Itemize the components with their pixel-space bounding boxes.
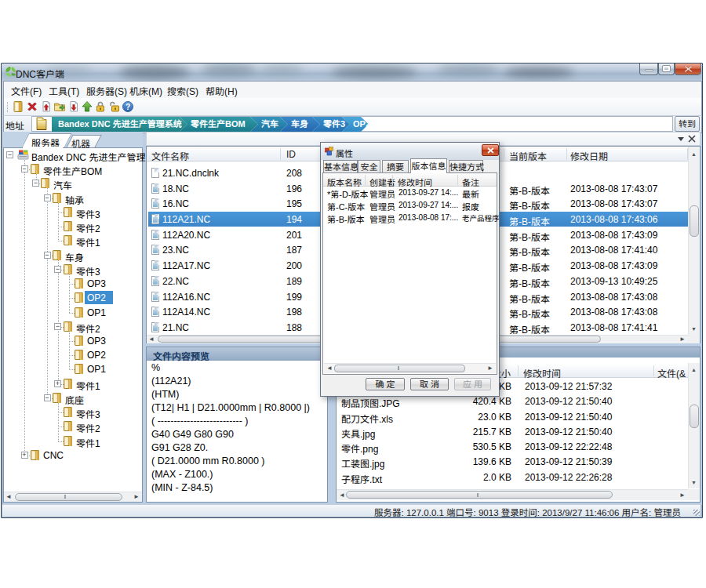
svg-text:?: ? bbox=[126, 103, 130, 111]
